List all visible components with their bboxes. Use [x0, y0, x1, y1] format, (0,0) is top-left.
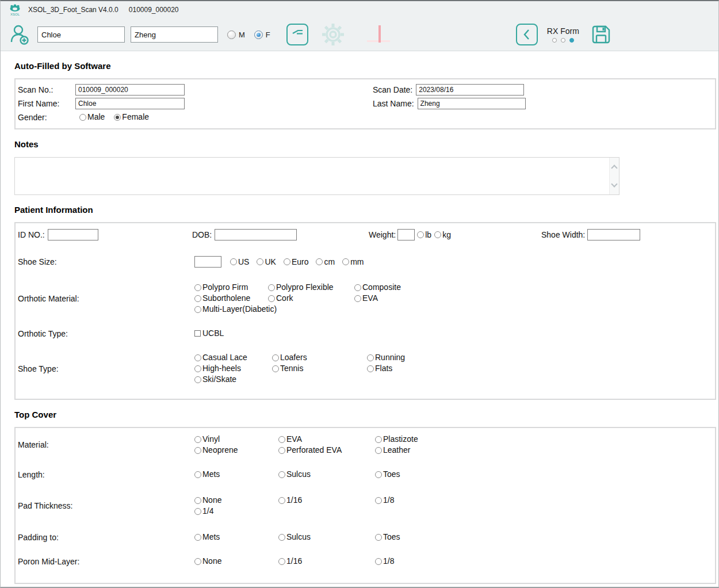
radio-1-8[interactable]: 1/8 [375, 495, 715, 506]
radio-us[interactable]: US [230, 257, 249, 268]
radio-mark [375, 447, 382, 454]
scan-date-label: Scan Date: [373, 85, 412, 94]
radio-eva[interactable]: EVA [354, 293, 715, 304]
radio-leather[interactable]: Leather [375, 445, 715, 456]
radio-mark [417, 231, 424, 238]
radio-none[interactable]: None [194, 495, 278, 506]
dob-input[interactable] [215, 229, 297, 240]
page-dot-1[interactable] [552, 38, 557, 43]
notes-scrollbar[interactable] [609, 158, 619, 194]
radio-toes[interactable]: Toes [375, 532, 715, 543]
material-options: VinylEVAPlastizoteNeoprenePerforated EVA… [194, 434, 715, 456]
app-logo-icon: XSOL [7, 4, 22, 16]
gender-label: Gender: [18, 113, 75, 122]
scroll-down-icon[interactable] [611, 181, 617, 187]
toolbar-gender-group: M F [227, 30, 270, 39]
radio-polypro-firm[interactable]: Polypro Firm [194, 282, 268, 293]
page-dot-3-active[interactable] [569, 38, 574, 43]
radio-vinyl[interactable]: Vinyl [194, 434, 278, 445]
poron-mid-layer-options: None1/161/8 [194, 556, 715, 567]
radio-running[interactable]: Running [367, 352, 715, 363]
radio-sulcus[interactable]: Sulcus [278, 469, 375, 480]
shoe-width-input[interactable] [587, 229, 640, 240]
scan-no-input[interactable] [75, 84, 185, 96]
toolbar-radio-female[interactable]: F [254, 30, 270, 39]
settings-gear-icon[interactable] [320, 21, 346, 48]
weight-unit-options: lbkg [417, 230, 451, 240]
radio-none[interactable]: None [194, 556, 278, 567]
radio-mets[interactable]: Mets [194, 469, 278, 480]
radio-cork[interactable]: Cork [268, 293, 354, 304]
radio-polypro-flexible[interactable]: Polypro Flexible [268, 282, 354, 293]
notes-heading: Notes [14, 139, 718, 149]
radio-subortholene[interactable]: Subortholene [194, 293, 268, 304]
radio-cm[interactable]: cm [316, 257, 335, 268]
shoe-width-label: Shoe Width: [541, 230, 585, 239]
radio-ski-skate[interactable]: Ski/Skate [194, 374, 272, 385]
toolbar-last-name-input[interactable] [131, 26, 218, 43]
radio-plastizote[interactable]: Plastizote [375, 434, 715, 445]
radio-mark [367, 365, 374, 372]
scroll-up-icon[interactable] [611, 165, 617, 171]
option-label: Flats [375, 363, 392, 374]
male-label: M [239, 30, 245, 39]
option-label: US [238, 257, 249, 268]
option-label: UCBL [202, 328, 224, 339]
back-button[interactable] [516, 24, 538, 45]
toolbar-first-name-input[interactable] [37, 26, 125, 43]
auto-filled-groupbox: Scan No.: Scan Date: First Name: Last Na… [14, 78, 716, 129]
first-name-input[interactable] [75, 98, 185, 109]
length-options: MetsSulcusToes [194, 469, 715, 480]
radio-kg[interactable]: kg [434, 230, 451, 240]
radio-casual-lace[interactable]: Casual Lace [194, 352, 272, 363]
scan-date-input[interactable] [416, 84, 524, 96]
radio-eva[interactable]: EVA [278, 434, 375, 445]
toolbar-radio-male[interactable]: M [227, 30, 245, 39]
option-label: Mets [202, 469, 220, 480]
option-label: Toes [383, 532, 400, 543]
radio-perforated-eva[interactable]: Perforated EVA [278, 445, 375, 456]
radio-mark [272, 354, 279, 361]
option-label: kg [442, 230, 451, 240]
title-bar: XSOL XSOL_3D_Foot_Scan V4.0.0 010009_000… [1, 1, 718, 18]
option-label: Cork [276, 293, 293, 304]
option-label: Vinyl [202, 434, 220, 445]
radio-male[interactable]: Male [79, 112, 105, 123]
radio-tennis[interactable]: Tennis [272, 363, 367, 374]
save-button[interactable] [590, 23, 613, 46]
radio-high-heels[interactable]: High-heels [194, 363, 272, 374]
radio-uk[interactable]: UK [257, 257, 276, 268]
radio-euro[interactable]: Euro [284, 257, 309, 268]
page-dot-2[interactable] [561, 38, 565, 43]
weight-input[interactable] [397, 229, 415, 240]
radio-composite[interactable]: Composite [354, 282, 715, 293]
checkbox-ucbl[interactable]: UCBL [194, 328, 268, 339]
id-no-input[interactable] [48, 229, 98, 240]
id-no-label: ID NO.: [18, 230, 45, 239]
radio-mets[interactable]: Mets [194, 532, 278, 543]
radio-lb[interactable]: lb [417, 230, 431, 240]
option-label: Polypro Firm [202, 282, 248, 293]
app-window: XSOL XSOL_3D_Foot_Scan V4.0.0 010009_000… [0, 0, 719, 588]
radio-1-4[interactable]: 1/4 [194, 506, 278, 517]
radio-loafers[interactable]: Loafers [272, 352, 367, 363]
radio-sulcus[interactable]: Sulcus [278, 532, 375, 543]
notes-textarea[interactable] [15, 158, 619, 194]
orthotic-type-label: Orthotic Type: [18, 329, 194, 338]
radio-female[interactable]: Female [114, 112, 149, 123]
radio-toes[interactable]: Toes [375, 469, 715, 480]
radio-1-16[interactable]: 1/16 [278, 556, 375, 567]
radio-neoprene[interactable]: Neoprene [194, 445, 278, 456]
radio-1-16[interactable]: 1/16 [278, 495, 375, 506]
radio-multi-layer-diabetic[interactable]: Multi-Layer(Diabetic) [194, 304, 268, 315]
last-name-input[interactable] [418, 98, 526, 109]
foot-scan-button[interactable] [286, 24, 308, 45]
add-patient-icon[interactable] [7, 22, 32, 47]
radio-mark [367, 354, 374, 361]
radio-mm[interactable]: mm [342, 257, 364, 268]
shoe-size-input[interactable] [194, 256, 221, 268]
radio-mark [194, 354, 201, 361]
shoe-type-options: Casual LaceLoafersRunningHigh-heelsTenni… [194, 352, 715, 385]
radio-1-8[interactable]: 1/8 [375, 556, 715, 567]
radio-flats[interactable]: Flats [367, 363, 715, 374]
